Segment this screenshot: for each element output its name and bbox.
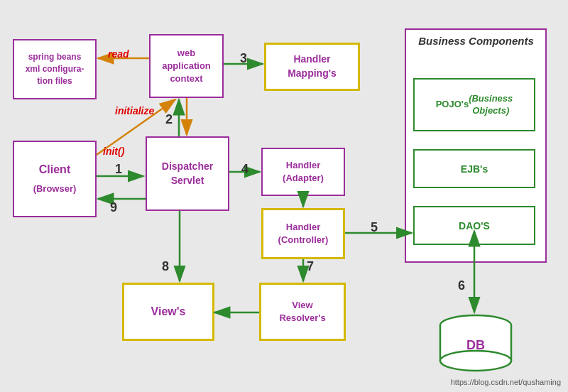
step-4: 4: [241, 162, 248, 177]
step-8: 8: [162, 259, 169, 274]
view-resolver-box: ViewResolver's: [259, 283, 346, 341]
handler-controller-box: Handler(Controller): [261, 208, 345, 259]
step-9: 9: [110, 200, 117, 215]
ejbs-box: EJB's: [413, 149, 535, 188]
web-app-context-box: webapplicationcontext: [149, 34, 224, 98]
step-3: 3: [240, 51, 247, 66]
init-label: init(): [103, 146, 124, 157]
db-box: DB: [433, 312, 518, 373]
handler-adapter-box: Handler(Adapter): [261, 148, 345, 196]
dispatcher-servlet-box: DispatcherServlet: [146, 136, 229, 211]
views-box: View's: [122, 283, 214, 341]
watermark: https://blog.csdn.net/qushaming: [451, 378, 561, 386]
diagram: Business Components POJO's(BusinessObjec…: [0, 0, 568, 392]
daos-box: DAO'S: [413, 206, 535, 245]
read-label: read: [108, 48, 129, 60]
step-2: 2: [165, 112, 173, 127]
step-1: 1: [115, 162, 122, 177]
client-box: Client(Browser): [13, 141, 97, 217]
step-7: 7: [307, 259, 314, 274]
business-components-title: Business Components: [410, 34, 542, 48]
step-6: 6: [458, 278, 465, 293]
handler-mapping-box: HandlerMapping's: [264, 43, 360, 91]
pojos-box: POJO's(BusinessObjects): [413, 78, 535, 131]
step-5: 5: [371, 220, 378, 235]
spring-beans-box: spring beansxml configura-tion files: [13, 39, 97, 99]
initialize-label: initialize: [115, 105, 154, 116]
svg-point-4: [440, 351, 511, 371]
svg-text:DB: DB: [466, 338, 485, 352]
